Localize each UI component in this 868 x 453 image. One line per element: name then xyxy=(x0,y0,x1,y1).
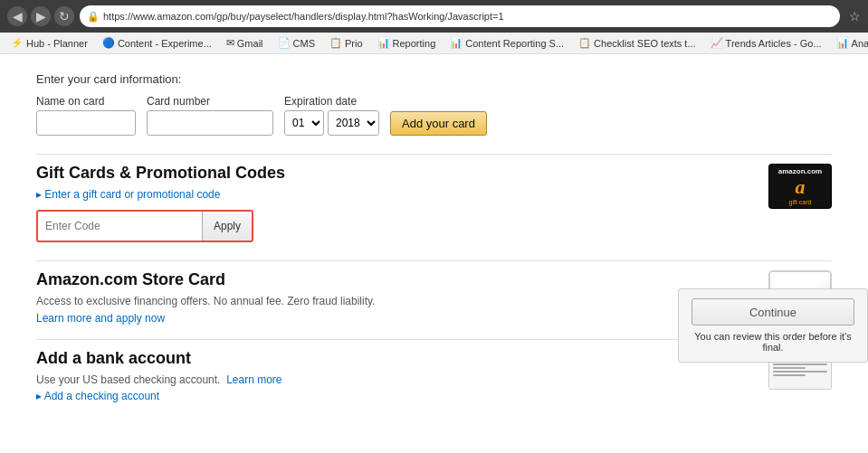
bookmark-content-reporting[interactable]: 📊 Content Reporting S... xyxy=(444,35,569,51)
bookmark-checklist-seo[interactable]: 📋 Checklist SEO texts t... xyxy=(573,35,701,51)
exp-date-label: Expiration date xyxy=(284,95,379,108)
back-button[interactable]: ◀ xyxy=(7,6,27,26)
bookmark-analytics[interactable]: 📊 Analytics xyxy=(831,35,868,51)
gift-toggle-link[interactable]: ▸ Enter a gift card or promotional code xyxy=(36,188,750,201)
bookmark-reporting[interactable]: 📊 Reporting xyxy=(372,35,442,51)
bookmark-star-icon[interactable]: ☆ xyxy=(849,9,861,24)
amazon-gift-img: amazon.com a gift card xyxy=(769,165,831,208)
analytics-icon: 📊 xyxy=(836,37,849,49)
name-field-group: Name on card xyxy=(36,95,136,136)
page-content: Enter your card information: Name on car… xyxy=(0,54,868,435)
promo-code-input[interactable] xyxy=(38,212,202,241)
card-fields: Name on card Card number Expiration date… xyxy=(36,95,832,136)
apply-button[interactable]: Apply xyxy=(202,212,252,241)
amazon-a-icon: a xyxy=(796,175,806,199)
bank-learn-more-link[interactable]: Learn more xyxy=(226,373,281,386)
bookmark-hub-planner[interactable]: ⚡ Hub - Planner xyxy=(5,35,93,51)
reporting-icon: 📊 xyxy=(377,37,390,49)
check-line-3 xyxy=(773,371,827,373)
bookmark-trends[interactable]: 📈 Trends Articles - Go... xyxy=(705,35,827,51)
section-divider-1 xyxy=(36,154,832,155)
exp-month-select[interactable]: 01020304 05060708 09101112 xyxy=(284,110,324,136)
gift-section-title: Gift Cards & Promotional Codes xyxy=(36,164,750,183)
bookmark-label: CMS xyxy=(293,38,315,49)
exp-year-select[interactable]: 2018201920202021 2022202320242025 xyxy=(328,110,379,136)
bookmark-label: Content - Experime... xyxy=(118,38,212,49)
bank-left: Add a bank account Use your US based che… xyxy=(36,349,750,402)
cms-icon: 📄 xyxy=(278,37,291,49)
card-number-input[interactable] xyxy=(147,110,273,136)
bookmark-label: Content Reporting S... xyxy=(465,38,564,49)
check-line-4 xyxy=(773,374,806,376)
gift-section: Gift Cards & Promotional Codes ▸ Enter a… xyxy=(36,164,832,242)
checklist-seo-icon: 📋 xyxy=(578,37,591,49)
content-reporting-icon: 📊 xyxy=(450,37,463,49)
card-info-label: Enter your card information: xyxy=(36,72,832,86)
forward-button[interactable]: ▶ xyxy=(31,6,51,26)
store-card-title: Amazon.com Store Card xyxy=(36,270,750,289)
exp-selects: 01020304 05060708 09101112 2018201920202… xyxy=(284,110,379,136)
bank-desc-text: Use your US based checking account. xyxy=(36,373,220,386)
bookmark-cms[interactable]: 📄 CMS xyxy=(272,35,320,51)
bank-description: Use your US based checking account. Lear… xyxy=(36,373,750,386)
bank-title: Add a bank account xyxy=(36,349,750,368)
card-num-label: Card number xyxy=(147,95,273,108)
refresh-button[interactable]: ↻ xyxy=(54,6,74,26)
store-card-left: Amazon.com Store Card Access to exclusiv… xyxy=(36,270,750,325)
card-num-field-group: Card number xyxy=(147,95,273,136)
promo-input-row: Apply xyxy=(36,210,253,242)
name-on-card-input[interactable] xyxy=(36,110,136,136)
name-label: Name on card xyxy=(36,95,136,108)
bookmark-label: Checklist SEO texts t... xyxy=(594,38,695,49)
gift-label: gift card xyxy=(789,199,812,205)
prio-icon: 📋 xyxy=(329,37,342,49)
bookmark-label: Prio xyxy=(345,38,363,49)
check-line-2 xyxy=(773,367,806,369)
bookmark-label: Reporting xyxy=(393,38,436,49)
amazon-gift-text: amazon.com xyxy=(778,167,822,175)
content-exp-icon: 🔵 xyxy=(102,37,115,49)
bookmark-label: Gmail xyxy=(237,38,263,49)
add-card-button[interactable]: Add your card xyxy=(390,111,487,136)
exp-date-group: Expiration date 01020304 05060708 091011… xyxy=(284,95,379,136)
bookmark-prio[interactable]: 📋 Prio xyxy=(324,35,368,51)
nav-buttons: ◀ ▶ ↻ xyxy=(7,6,74,26)
bottom-section: Add a bank account Use your US based che… xyxy=(36,349,832,417)
hub-planner-icon: ⚡ xyxy=(11,37,24,49)
gift-section-wrapper: Gift Cards & Promotional Codes ▸ Enter a… xyxy=(36,164,832,242)
bookmark-label: Hub - Planner xyxy=(26,38,88,49)
continue-box: Continue You can review this order befor… xyxy=(678,288,868,363)
url-text: https://www.amazon.com/gp/buy/payselect/… xyxy=(103,11,504,22)
lock-icon: 🔒 xyxy=(87,11,100,23)
browser-chrome: ◀ ▶ ↻ 🔒 https://www.amazon.com/gp/buy/pa… xyxy=(0,0,868,33)
store-card-learn-more-link[interactable]: Learn more and apply now xyxy=(36,312,165,325)
bookmark-label: Analytics xyxy=(852,38,868,49)
gift-card-image: amazon.com a gift card xyxy=(768,164,832,209)
gift-left: Gift Cards & Promotional Codes ▸ Enter a… xyxy=(36,164,750,242)
add-checking-link[interactable]: ▸ Add a checking account xyxy=(36,390,750,402)
bookmark-gmail[interactable]: ✉ Gmail xyxy=(221,35,269,51)
bookmark-content-exp[interactable]: 🔵 Content - Experime... xyxy=(97,35,217,51)
address-bar[interactable]: 🔒 https://www.amazon.com/gp/buy/payselec… xyxy=(80,5,840,27)
bookmark-label: Trends Articles - Go... xyxy=(726,38,822,49)
check-line-1 xyxy=(773,363,827,365)
continue-note: You can review this order before it's fi… xyxy=(692,331,854,353)
gmail-icon: ✉ xyxy=(226,37,234,49)
section-divider-2 xyxy=(36,260,832,261)
store-card-description: Access to exclusive financing offers. No… xyxy=(36,295,750,307)
trends-icon: 📈 xyxy=(711,37,723,49)
bookmarks-bar: ⚡ Hub - Planner 🔵 Content - Experime... … xyxy=(0,33,868,54)
continue-button[interactable]: Continue xyxy=(692,298,854,326)
